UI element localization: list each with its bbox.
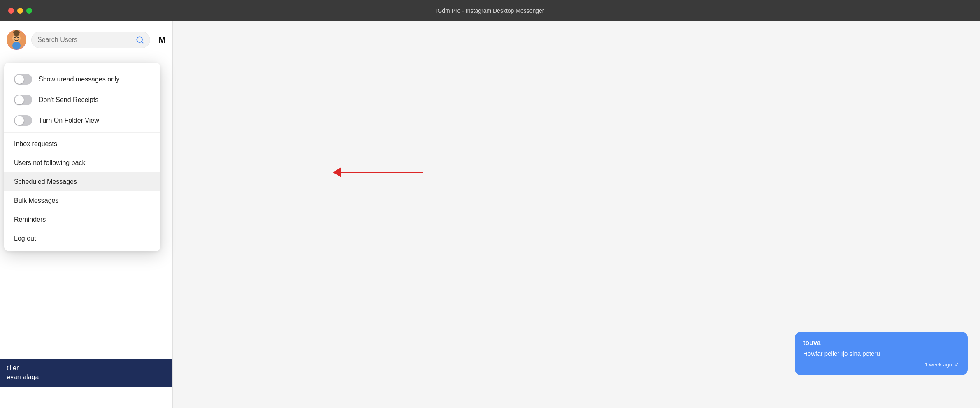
search-box[interactable] (31, 32, 150, 48)
svg-point-5 (13, 30, 20, 35)
svg-point-6 (12, 42, 21, 50)
sidebar: M Show uread messages only Don't Send Re… (0, 21, 173, 408)
bubble-sender: touva (803, 339, 959, 347)
menu-item-reminders[interactable]: Reminders (4, 210, 160, 229)
maximize-button[interactable] (26, 8, 32, 14)
contact-name-tiller: tiller (7, 364, 166, 372)
toggle-folder[interactable] (14, 115, 32, 126)
sidebar-header: M (0, 21, 172, 58)
menu-item-bulk[interactable]: Bulk Messages (4, 191, 160, 210)
avatar-image (7, 30, 26, 50)
menu-item-scheduled[interactable]: Scheduled Messages (4, 172, 160, 191)
svg-point-3 (17, 37, 19, 38)
toggle-receipts[interactable] (14, 95, 32, 105)
content-area: touva Howfar peller Ijo sina peteru 1 we… (173, 21, 980, 408)
toggle-unread[interactable] (14, 74, 32, 85)
menu-item-inbox[interactable]: Inbox requests (4, 134, 160, 153)
dropdown-menu: Show uread messages only Don't Send Rece… (4, 63, 160, 251)
window-title: IGdm Pro - Instagram Desktop Messenger (436, 7, 544, 14)
svg-line-8 (142, 41, 143, 43)
toggle-receipts-label: Don't Send Receipts (39, 96, 98, 104)
sidebar-bottom: tiller eyan alaga (0, 359, 172, 408)
checkmark-icon: ✓ (954, 361, 959, 368)
message-bubble: touva Howfar peller Ijo sina peteru 1 we… (795, 332, 968, 375)
contact-item-tiller[interactable]: tiller eyan alaga (0, 359, 172, 387)
arrow-indicator (333, 167, 423, 177)
toggle-folder-label: Turn On Folder View (39, 117, 99, 124)
toggle-row-receipts: Don't Send Receipts (4, 90, 160, 110)
bubble-meta: 1 week ago ✓ (803, 361, 959, 368)
search-icon (136, 36, 144, 44)
bubble-text: Howfar peller Ijo sina peteru (803, 349, 959, 358)
svg-point-2 (14, 37, 16, 38)
menu-item-not-following[interactable]: Users not following back (4, 153, 160, 172)
toggle-unread-label: Show uread messages only (39, 76, 120, 83)
minimize-button[interactable] (17, 8, 23, 14)
menu-item-logout[interactable]: Log out (4, 229, 160, 248)
bubble-timestamp: 1 week ago (925, 362, 952, 368)
menu-divider-1 (4, 132, 160, 133)
avatar[interactable] (7, 30, 26, 50)
sidebar-menu-label[interactable]: M (155, 35, 166, 45)
close-button[interactable] (8, 8, 14, 14)
toggle-row-unread: Show uread messages only (4, 69, 160, 90)
main-container: M Show uread messages only Don't Send Re… (0, 21, 980, 408)
message-bubble-container: touva Howfar peller Ijo sina peteru 1 we… (795, 332, 968, 375)
search-input[interactable] (37, 36, 132, 44)
arrow-line (341, 172, 423, 173)
contact-name-eyan: eyan alaga (7, 373, 166, 381)
titlebar-buttons (8, 8, 32, 14)
titlebar: IGdm Pro - Instagram Desktop Messenger (0, 0, 980, 21)
toggle-row-folder: Turn On Folder View (4, 110, 160, 131)
arrow-head (333, 167, 341, 177)
